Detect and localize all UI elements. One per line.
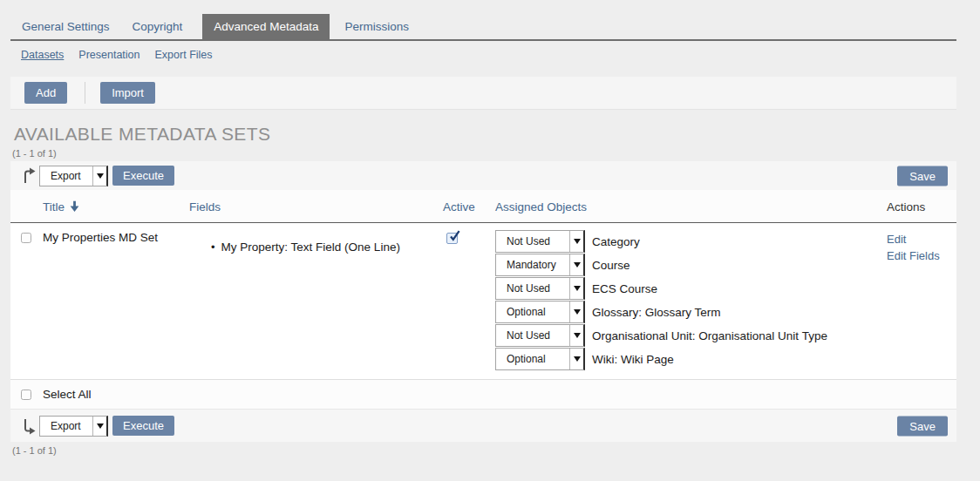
usage-select-value: Not Used [496,278,569,299]
dropdown-caret-icon [569,349,583,369]
dropdown-caret-icon [569,254,583,275]
tab-permissions[interactable]: Permissions [333,14,420,39]
dropdown-caret-icon [569,278,583,299]
usage-select-value: Optional [496,301,569,322]
dropdown-caret-icon [569,231,583,252]
usage-select-value: Not Used [496,231,569,252]
assigned-object-row: Mandatory Course [495,254,827,276]
metadata-set-title: My Properties MD Set [43,231,158,244]
assigned-object-label: Wiki: Wiki Page [592,353,674,366]
column-header-title-label: Title [43,200,65,213]
column-header-assigned-objects: Assigned Objects [495,200,587,213]
tab-general-settings[interactable]: General Settings [10,14,121,39]
toolbar-divider [85,82,85,104]
page-title: AVAILABLE METADATA SETS [14,124,270,145]
select-all-row: Select All [10,380,956,409]
row-select-checkbox[interactable] [21,233,31,243]
table-command-row-bottom: Export Execute Save [10,409,956,442]
add-button[interactable]: Add [24,82,67,104]
save-button-top[interactable]: Save [897,166,948,186]
bulk-action-value: Export [40,417,92,436]
usage-select-org-unit-type[interactable]: Not Used [495,324,585,347]
actions-cell: Edit Edit Fields [887,231,940,264]
save-button-bottom[interactable]: Save [897,416,948,436]
bulk-action-value: Export [40,166,92,186]
column-header-actions: Actions [887,200,925,213]
tab-copyright[interactable]: Copyright [121,14,194,39]
tab-advanced-metadata[interactable]: Advanced Metadata [202,14,330,39]
column-header-title[interactable]: Title [43,200,79,213]
assigned-object-label: Glossary: Glossary Term [592,306,721,319]
field-item-label: My Property: Text Field (One Line) [221,240,400,254]
checkmark-icon [448,230,460,242]
usage-select-course[interactable]: Mandatory [495,254,585,276]
dropdown-caret-icon [92,166,106,186]
assigned-objects-list: Not Used Category Mandatory Course Not U… [495,230,827,371]
edit-link[interactable]: Edit [887,231,940,247]
assigned-object-row: Not Used Category [495,230,827,253]
execute-button-top[interactable]: Execute [112,166,174,186]
column-header-fields: Fields [189,200,221,213]
assigned-object-row: Optional Wiki: Wiki Page [495,348,827,370]
main-tab-bar: General Settings Copyright Advanced Meta… [10,14,956,41]
usage-select-category[interactable]: Not Used [495,230,585,253]
usage-select-value: Not Used [496,325,569,346]
select-all-checkbox[interactable] [21,390,31,400]
assigned-object-row: Optional Glossary: Glossary Term [495,301,827,323]
table-row: My Properties MD Set • My Property: Text… [10,223,956,380]
fields-list: • My Property: Text Field (One Line) [211,240,400,254]
execute-button-bottom[interactable]: Execute [112,416,174,436]
edit-fields-link[interactable]: Edit Fields [887,247,940,264]
active-checkbox[interactable] [446,233,458,244]
apply-to-selected-down-icon [22,417,36,435]
usage-select-value: Optional [496,349,569,369]
bulk-action-select-top[interactable]: Export [39,166,108,186]
import-button[interactable]: Import [100,82,155,104]
advanced-metadata-settings-page: General Settings Copyright Advanced Meta… [0,0,980,481]
bullet-icon: • [211,240,215,254]
result-count-bottom: (1 - 1 of 1) [12,445,57,456]
field-item: • My Property: Text Field (One Line) [211,240,400,254]
apply-to-selected-up-icon [22,167,36,185]
toolbar: Add Import [10,77,956,110]
assigned-object-label: ECS Course [592,282,657,295]
dropdown-caret-icon [92,417,106,436]
metadata-sets-table: Export Execute Save Title Fields Active … [10,161,956,442]
result-count-top: (1 - 1 of 1) [12,148,57,159]
sub-tab-bar: Datasets Presentation Export Files [21,49,213,61]
usage-select-glossary-term[interactable]: Optional [495,301,585,323]
assigned-object-row: Not Used ECS Course [495,277,827,300]
table-command-row-top: Export Execute Save [10,161,956,190]
sort-descending-icon [70,200,79,212]
subtab-export-files[interactable]: Export Files [155,49,213,61]
dropdown-caret-icon [569,301,583,322]
assigned-object-label: Course [592,259,630,272]
assigned-object-row: Not Used Organisational Unit: Organisati… [495,324,827,347]
column-header-active: Active [443,200,475,213]
subtab-datasets[interactable]: Datasets [21,49,64,61]
usage-select-ecs-course[interactable]: Not Used [495,277,585,300]
active-cell [446,233,458,244]
usage-select-wiki-page[interactable]: Optional [495,348,585,370]
table-header-row: Title Fields Active Assigned Objects Act… [10,190,956,223]
select-all-label: Select All [43,388,92,401]
assigned-object-label: Organisational Unit: Organisational Unit… [592,329,827,342]
assigned-object-label: Category [592,235,640,248]
usage-select-value: Mandatory [496,254,569,275]
dropdown-caret-icon [569,325,583,346]
subtab-presentation[interactable]: Presentation [78,49,140,61]
bulk-action-select-bottom[interactable]: Export [39,416,108,437]
